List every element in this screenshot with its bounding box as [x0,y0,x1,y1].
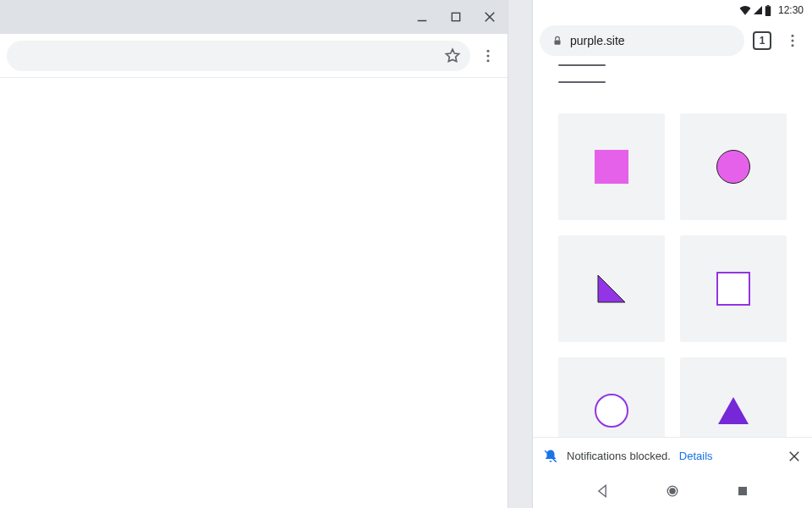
svg-point-11 [792,40,794,42]
skeleton-text [533,64,812,83]
minimize-button[interactable] [409,4,435,30]
tile-circle-filled[interactable] [680,113,787,220]
android-statusbar: 12:30 [533,0,812,20]
desktop-content-area [0,78,508,508]
wifi-icon [739,5,751,15]
android-navbar [533,474,812,508]
mobile-omnibox[interactable]: purple.site [540,25,744,56]
maximize-icon [449,10,463,24]
tab-switcher-button[interactable]: 1 [753,31,771,50]
tile-square-filled[interactable] [558,113,665,220]
mobile-menu-button[interactable] [780,28,805,53]
circle-filled-icon [716,150,750,184]
pane-divider [508,0,533,508]
bell-off-icon [543,449,558,464]
close-icon [482,9,497,25]
star-icon[interactable] [443,47,462,65]
infobar-details-link[interactable]: Details [679,450,713,462]
tile-triangle-right[interactable] [558,235,665,342]
svg-rect-8 [767,5,770,6]
svg-point-4 [487,49,490,52]
svg-rect-9 [555,40,561,44]
nav-recents-button[interactable] [734,483,751,500]
desktop-toolbar [0,34,508,78]
mobile-url-text: purple.site [570,34,625,47]
desktop-chrome-window [0,0,508,508]
android-chrome-window: 12:30 purple.site 1 [533,0,812,508]
svg-rect-1 [452,13,459,20]
tile-square-outline[interactable] [680,235,787,342]
mobile-toolbar: purple.site 1 [533,20,812,61]
square-filled-icon [595,150,628,184]
status-clock: 12:30 [778,4,804,16]
mobile-content [533,61,812,437]
cellular-icon [753,5,763,15]
desktop-menu-button[interactable] [475,43,501,69]
lock-icon [551,35,563,47]
shape-grid [533,98,812,437]
nav-home-button[interactable] [664,483,681,500]
infobar-text: Notifications blocked. [567,450,671,462]
svg-point-10 [792,35,794,37]
tab-count: 1 [760,35,765,47]
desktop-omnibox[interactable] [7,41,470,71]
tile-triangle-up[interactable] [680,357,787,437]
svg-point-12 [792,44,794,47]
square-outline-icon [716,272,750,306]
svg-point-17 [669,488,676,494]
triangle-up-icon [716,394,750,428]
infobar: Notifications blocked. Details [533,437,812,474]
more-vertical-icon [784,32,801,49]
desktop-tabstrip [0,0,508,34]
window-close-button[interactable] [477,4,502,30]
more-vertical-icon [480,47,497,64]
svg-point-5 [487,54,490,57]
maximize-button[interactable] [443,4,469,30]
circle-outline-icon [595,394,628,428]
triangle-right-icon [595,272,628,306]
tile-circle-outline[interactable] [558,357,665,437]
minimize-icon [414,9,430,25]
svg-rect-7 [765,6,771,16]
svg-point-6 [487,59,490,62]
svg-rect-18 [738,487,747,495]
infobar-close-button[interactable] [787,449,802,464]
battery-icon [765,5,771,16]
nav-back-button[interactable] [594,483,611,500]
